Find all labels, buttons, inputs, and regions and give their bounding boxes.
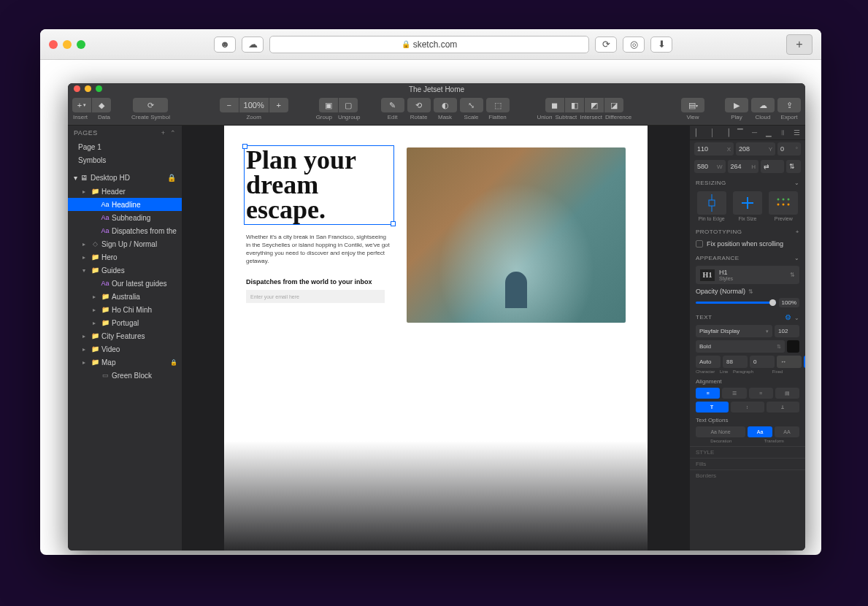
layer-item[interactable]: ▸📁City Features (68, 329, 182, 342)
text-style-selector[interactable]: H1 H1Styles ⇅ (696, 266, 799, 284)
layer-item[interactable]: AaOur latest guides (68, 277, 182, 290)
group-button[interactable]: ▣ (319, 98, 338, 112)
paragraph-spacing-input[interactable]: 0 (750, 356, 775, 368)
cloud-icon[interactable]: ☁ (242, 37, 264, 53)
create-symbol-button[interactable]: ⟳ (133, 98, 168, 112)
character-spacing-input[interactable]: Auto (696, 356, 721, 368)
email-input[interactable]: Enter your email here (246, 290, 385, 303)
layer-item[interactable]: ▸📁Ho Chi Minh (68, 303, 182, 316)
chevron-icon[interactable]: ▸ (82, 359, 88, 366)
valign-top-button[interactable]: ⫪ (696, 402, 729, 413)
ungroup-button[interactable]: ▢ (339, 98, 358, 112)
artboard-header[interactable]: ▾ 🖥 Desktop HD 🔒 (68, 171, 182, 185)
safari-close-button[interactable] (49, 40, 58, 49)
fix-size-button[interactable] (733, 191, 762, 215)
data-button[interactable]: ◆ (92, 98, 111, 112)
chevron-icon[interactable]: ▸ (82, 241, 88, 248)
transform-none-button[interactable]: Aa (748, 426, 772, 437)
insert-button[interactable]: +▾ (72, 98, 91, 112)
fixed-width-icon[interactable]: ▭ (804, 356, 805, 368)
chevron-down-icon[interactable]: ⌄ (794, 315, 800, 321)
align-top-icon[interactable]: ▔ (734, 127, 748, 138)
city-features-title[interactable]: City Features (246, 505, 626, 518)
guide-card[interactable]: DiscoverPortugal (294, 388, 382, 483)
borders-section[interactable]: Borders (690, 469, 805, 481)
align-center-h-icon[interactable]: │ (705, 127, 719, 138)
font-size-input[interactable]: 102 (775, 325, 799, 337)
add-prototyping-icon[interactable]: + (796, 229, 799, 235)
chevron-icon[interactable]: ▸ (93, 294, 99, 300)
gear-icon[interactable]: ⚙ (785, 313, 792, 321)
fills-section[interactable]: Fills (690, 458, 805, 469)
chevron-down-icon[interactable]: ▾ (74, 174, 77, 182)
layer-item[interactable]: ▸◇Sign Up / Normal (68, 237, 182, 250)
chevron-icon[interactable]: ▸ (82, 346, 88, 353)
collapse-pages-icon[interactable]: ⌃ (170, 129, 177, 137)
align-justify-button[interactable]: ▤ (775, 388, 799, 399)
transform-upper-button[interactable]: AA (775, 426, 799, 437)
layer-item[interactable]: AaHeadline (68, 198, 182, 211)
intersect-button[interactable]: ◩ (585, 98, 604, 112)
view-button[interactable]: ▤▾ (681, 98, 704, 112)
distribute-h-icon[interactable]: ⫴ (776, 127, 790, 138)
layer-item[interactable]: ▭Green Block (68, 369, 182, 382)
sketch-minimize-button[interactable] (85, 85, 91, 92)
width-input[interactable]: 580W (694, 160, 726, 173)
page-item[interactable]: Page 1 (68, 140, 182, 153)
flip-horizontal-icon[interactable]: ⇄ (761, 160, 784, 173)
add-page-icon[interactable]: + (161, 129, 166, 137)
valign-bottom-button[interactable]: ⫫ (767, 402, 799, 413)
chevron-updown-icon[interactable]: ⇅ (748, 288, 753, 295)
chevron-icon[interactable]: ▾ (82, 267, 88, 274)
chevron-icon[interactable]: ▸ (82, 254, 88, 261)
distribute-v-icon[interactable]: ☰ (790, 127, 804, 138)
sketch-maximize-button[interactable] (96, 85, 102, 92)
chevron-down-icon[interactable]: ⌄ (794, 255, 800, 261)
line-height-input[interactable]: 88 (723, 356, 748, 368)
y-input[interactable]: 208Y (736, 142, 775, 156)
hero-image[interactable] (407, 147, 626, 323)
difference-button[interactable]: ◪ (604, 98, 623, 112)
layer-item[interactable]: AaSubheading (68, 211, 182, 224)
align-right-icon[interactable]: ▕ (720, 127, 734, 138)
layer-item[interactable]: ▸📁Header (68, 185, 182, 198)
fix-position-checkbox[interactable] (696, 240, 703, 248)
safari-maximize-button[interactable] (77, 40, 85, 49)
pin-to-edge-button[interactable] (697, 191, 726, 215)
subheading-text[interactable]: Whether it's a city break in San Francis… (246, 233, 392, 266)
opacity-value[interactable]: 100% (779, 298, 799, 307)
flatten-button[interactable]: ⬚ (486, 98, 510, 112)
guide-card[interactable]: SeeAustralia (490, 388, 577, 483)
downloads-icon[interactable]: ⬇ (650, 37, 672, 53)
subtract-button[interactable]: ◧ (565, 98, 584, 112)
dispatch-label[interactable]: Dispatches from the world to your inbox (246, 278, 392, 285)
edit-button[interactable]: ✎ (381, 98, 404, 112)
zoom-out-button[interactable]: − (220, 98, 239, 112)
play-button[interactable]: ▶ (725, 98, 748, 112)
chevron-icon[interactable]: ▸ (93, 320, 99, 326)
shield-icon[interactable]: ◎ (623, 37, 645, 53)
align-center-button[interactable]: ☰ (722, 388, 746, 399)
height-input[interactable]: 264H (728, 160, 759, 173)
layer-item[interactable]: ▸📁Portugal (68, 316, 182, 329)
font-weight-select[interactable]: Bold⇅ (696, 340, 785, 353)
layer-item[interactable]: ▸📁Australia (68, 290, 182, 303)
align-right-button[interactable]: ≡ (749, 388, 773, 399)
layer-item[interactable]: ▸📁Map🔒 (68, 356, 182, 369)
mask-button[interactable]: ◐ (434, 98, 457, 112)
font-family-select[interactable]: Playfair Display▾ (696, 325, 772, 337)
chevron-icon[interactable]: ▸ (82, 188, 88, 195)
page-item[interactable]: Symbols (68, 153, 182, 166)
guides-title[interactable]: Our latest guides (246, 359, 626, 375)
align-bottom-icon[interactable]: ▁ (761, 127, 775, 138)
text-color-swatch[interactable] (787, 340, 799, 353)
chevron-icon[interactable]: ▸ (82, 333, 88, 340)
new-tab-button[interactable]: + (786, 34, 813, 55)
artboard[interactable]: Plan your dream escape. Whether it's a c… (224, 126, 648, 551)
zoom-value[interactable]: 100% (239, 98, 269, 112)
canvas[interactable]: Plan your dream escape. Whether it's a c… (182, 126, 690, 551)
url-bar[interactable]: 🔒 sketch.com (269, 36, 589, 53)
opacity-slider[interactable] (696, 302, 776, 304)
decoration-select[interactable]: Aa None (696, 426, 745, 437)
union-button[interactable]: ◼ (545, 98, 564, 112)
